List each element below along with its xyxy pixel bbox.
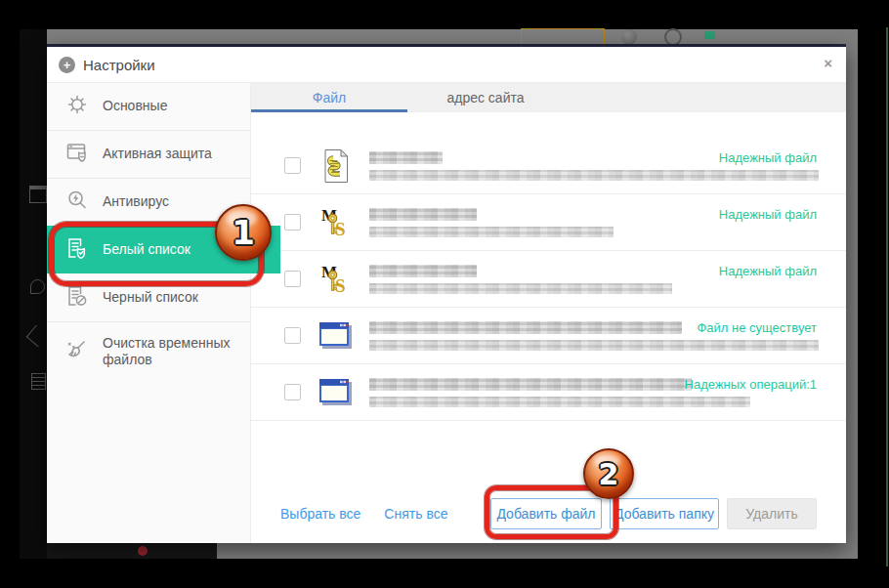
sidebar-item-active-protection[interactable]: Активная защита [47,130,250,178]
dialog-title: Настройки [83,57,155,73]
deselect-all-link[interactable]: Снять все [384,506,447,522]
tab-site-address[interactable]: адрес сайта [407,83,564,112]
redacted-file-name [369,265,477,277]
file-row[interactable]: Файл не существует [251,308,846,364]
redacted-file-name [369,378,692,391]
file-row[interactable]: M S [251,194,846,251]
file-row[interactable]: Надежных операций:1 [251,364,846,421]
whitelist-tabs: Файл адрес сайта [251,83,846,112]
ms-key-icon: M S [317,262,356,297]
file-status: Надежных операций:1 [685,377,817,392]
delete-button[interactable]: Удалить [727,498,817,529]
whitelist-file-list: Надежный файл M S [251,112,846,484]
file-status: Файл не существует [697,320,817,335]
add-folder-button[interactable]: Добавить папку [610,498,719,529]
file-status: Надежный файл [719,150,817,165]
redacted-file-path [369,397,750,407]
settings-target-icon: + [59,57,75,73]
whitelist-doc-shield-icon [64,235,90,265]
whitelist-footer: Выбрать все Снять все Добавить файл Доба… [251,484,846,543]
add-file-button[interactable]: Добавить файл [490,498,602,529]
record-dot [138,546,148,556]
script-file-icon [317,148,356,184]
close-icon[interactable]: × [824,56,832,70]
sidebar-item-label: Черный список [103,289,198,307]
select-all-link[interactable]: Выбрать все [280,506,360,522]
background-app-right-edge [846,29,858,559]
file-status: Надежный файл [719,264,817,278]
settings-sidebar: Основные Активная защита [47,83,251,543]
whitelist-content: Файл адрес сайта [251,83,846,543]
redacted-file-path [369,340,819,351]
redacted-file-name [369,208,477,221]
row-checkbox[interactable] [284,327,301,344]
file-row[interactable]: Надежный файл [251,138,846,194]
dialog-titlebar: + Настройки × [47,47,846,83]
settings-dialog: + Настройки × Основные [47,47,846,543]
sidebar-item-whitelist[interactable]: Белый список [47,226,280,273]
tab-file[interactable]: Файл [251,83,407,112]
redacted-file-name [369,151,443,164]
redacted-file-text [369,208,614,237]
shield-window-icon [64,140,90,169]
app-window-icon [317,378,356,407]
sidebar-item-label: Основные [103,98,167,115]
row-checkbox[interactable] [284,384,301,400]
ms-key-icon: M S [317,205,356,240]
background-green-badge [704,31,715,39]
background-circle-icon [621,29,637,45]
sidebar-item-clean-temp-files[interactable]: Очистка временных файлов [47,321,250,381]
file-status: Надежный файл [719,207,817,222]
sidebar-item-label: Белый список [103,241,190,259]
background-app-bottom-edge [217,543,858,559]
sidebar-item-general[interactable]: Основные [47,83,250,130]
background-left-panel [20,29,47,559]
redacted-file-path [369,170,819,181]
sidebar-item-label: Очистка временных файлов [103,335,244,369]
background-list-icon [31,373,46,390]
row-checkbox[interactable] [284,214,301,231]
sidebar-item-label: Активная защита [103,146,212,163]
redacted-file-path [369,283,672,294]
antivirus-magnifier-icon [64,188,90,217]
app-window-icon [317,321,356,351]
blacklist-doc-block-icon [64,283,90,313]
screen-edge-line [886,27,888,567]
background-cursor-icon [30,279,45,294]
redacted-file-text [369,265,672,294]
screenshot-root: + Настройки × Основные [0,0,889,588]
background-window-icon [29,186,47,203]
broom-icon [64,337,90,366]
row-checkbox[interactable] [284,271,301,287]
row-checkbox[interactable] [284,157,301,174]
redacted-file-name [369,321,682,334]
sidebar-item-blacklist[interactable]: Черный список [47,273,250,321]
sidebar-item-antivirus[interactable]: Антивирус [47,178,250,226]
redacted-file-path [369,227,614,237]
file-row[interactable]: M S [251,251,846,308]
sidebar-item-label: Антивирус [103,193,169,211]
gear-icon [64,92,90,121]
